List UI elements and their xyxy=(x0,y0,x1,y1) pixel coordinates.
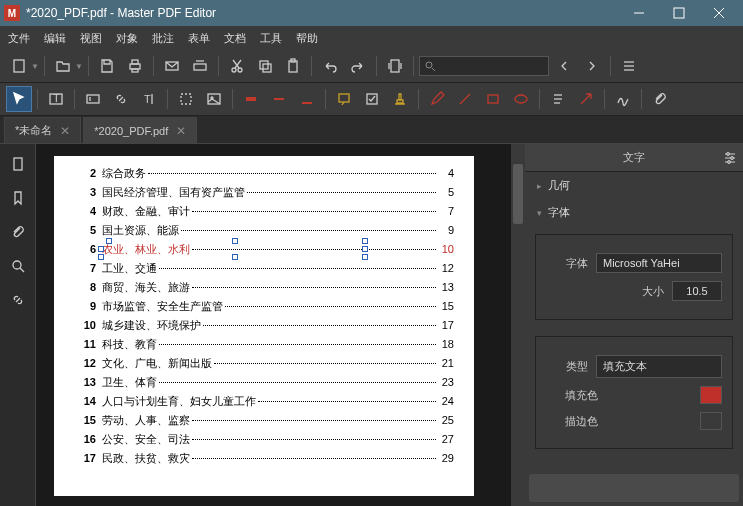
menu-文档[interactable]: 文档 xyxy=(224,31,246,46)
sign-tool[interactable] xyxy=(610,86,636,112)
menu-文件[interactable]: 文件 xyxy=(8,31,30,46)
toc-text: 农业、林业、水利 xyxy=(102,242,190,257)
toc-line[interactable]: 4财政、金融、审计7 xyxy=(74,204,454,223)
menu-工具[interactable]: 工具 xyxy=(260,31,282,46)
scrollbar-vertical[interactable] xyxy=(511,144,525,506)
selection-handle[interactable] xyxy=(362,246,368,252)
arrow-tool[interactable] xyxy=(573,86,599,112)
type-select[interactable]: 填充文本 xyxy=(596,355,722,378)
save-button[interactable] xyxy=(94,53,120,79)
strikeout-tool[interactable] xyxy=(266,86,292,112)
thumbnails-button[interactable] xyxy=(0,148,36,180)
underline-tool[interactable] xyxy=(294,86,320,112)
links-panel-button[interactable] xyxy=(0,284,36,316)
font-select[interactable]: Microsoft YaHei xyxy=(596,253,722,273)
toc-line[interactable]: 11科技、教育18 xyxy=(74,337,454,356)
minimize-button[interactable] xyxy=(619,0,659,26)
cut-button[interactable] xyxy=(224,53,250,79)
menu-帮助[interactable]: 帮助 xyxy=(296,31,318,46)
mail-button[interactable] xyxy=(159,53,185,79)
highlight-tool[interactable] xyxy=(238,86,264,112)
menu-编辑[interactable]: 编辑 xyxy=(44,31,66,46)
close-button[interactable] xyxy=(699,0,739,26)
selection-handle[interactable] xyxy=(362,238,368,244)
edit-text-tool[interactable]: T xyxy=(136,86,162,112)
undo-button[interactable] xyxy=(317,53,343,79)
redo-button[interactable] xyxy=(345,53,371,79)
new-button[interactable] xyxy=(6,53,32,79)
scroll-thumb[interactable] xyxy=(513,164,523,224)
selection-handle[interactable] xyxy=(362,254,368,260)
text-annot-tool[interactable] xyxy=(545,86,571,112)
toc-line[interactable]: 6农业、林业、水利10 xyxy=(74,242,454,261)
link-tool[interactable] xyxy=(108,86,134,112)
toc-line[interactable]: 5国土资源、能源9 xyxy=(74,223,454,242)
section-geometry[interactable]: ▸几何 xyxy=(525,172,743,199)
search-next-button[interactable] xyxy=(579,53,605,79)
attach-tool[interactable] xyxy=(647,86,673,112)
bookmarks-button[interactable] xyxy=(0,182,36,214)
tab-close-icon[interactable]: ✕ xyxy=(60,124,70,138)
selection-handle[interactable] xyxy=(106,238,112,244)
tab-close-icon[interactable]: ✕ xyxy=(176,124,186,138)
toc-line[interactable]: 15劳动、人事、监察25 xyxy=(74,413,454,432)
search-panel-button[interactable] xyxy=(0,250,36,282)
maximize-button[interactable] xyxy=(659,0,699,26)
stroke-color-swatch[interactable] xyxy=(700,412,722,430)
tab[interactable]: *2020_PDF.pdf✕ xyxy=(83,117,197,143)
selection-handle[interactable] xyxy=(98,254,104,260)
rect-tool[interactable] xyxy=(480,86,506,112)
edit-form-tool[interactable] xyxy=(80,86,106,112)
toc-line[interactable]: 3国民经济管理、国有资产监管5 xyxy=(74,185,454,204)
document-area[interactable]: 2综合政务43国民经济管理、国有资产监管54财政、金融、审计75国土资源、能源9… xyxy=(36,144,525,506)
toc-line[interactable]: 2综合政务4 xyxy=(74,166,454,185)
selection-handle[interactable] xyxy=(98,246,104,252)
toc-line[interactable]: 14人口与计划生育、妇女儿童工作24 xyxy=(74,394,454,413)
copy-button[interactable] xyxy=(252,53,278,79)
image-tool[interactable] xyxy=(201,86,227,112)
line-tool[interactable] xyxy=(452,86,478,112)
toc-line[interactable]: 16公安、安全、司法27 xyxy=(74,432,454,451)
settings-icon[interactable] xyxy=(723,150,737,166)
open-button[interactable] xyxy=(50,53,76,79)
toc-line[interactable]: 10城乡建设、环境保护17 xyxy=(74,318,454,337)
toc-number: 17 xyxy=(74,452,96,464)
selection-handle[interactable] xyxy=(232,238,238,244)
menu-批注[interactable]: 批注 xyxy=(152,31,174,46)
menu-对象[interactable]: 对象 xyxy=(116,31,138,46)
print-button[interactable] xyxy=(122,53,148,79)
checkbox-tool[interactable] xyxy=(359,86,385,112)
toc-text: 科技、教育 xyxy=(102,337,157,352)
search-input[interactable] xyxy=(419,56,549,76)
paste-button[interactable] xyxy=(280,53,306,79)
text-tool[interactable]: T xyxy=(43,86,69,112)
toc-dots xyxy=(159,268,436,269)
crop-tool[interactable] xyxy=(173,86,199,112)
search-prev-button[interactable] xyxy=(551,53,577,79)
toc-page: 5 xyxy=(438,186,454,198)
fill-color-swatch[interactable] xyxy=(700,386,722,404)
toc-line[interactable]: 17民政、扶贫、救灾29 xyxy=(74,451,454,470)
list-icon[interactable] xyxy=(616,53,642,79)
attachments-button[interactable] xyxy=(0,216,36,248)
pdf-page[interactable]: 2综合政务43国民经济管理、国有资产监管54财政、金融、审计75国土资源、能源9… xyxy=(54,156,474,496)
section-font[interactable]: ▾字体 xyxy=(525,199,743,226)
selection-handle[interactable] xyxy=(232,254,238,260)
ellipse-tool[interactable] xyxy=(508,86,534,112)
scan-button[interactable] xyxy=(187,53,213,79)
toc-line[interactable]: 12文化、广电、新闻出版21 xyxy=(74,356,454,375)
pencil-tool[interactable] xyxy=(424,86,450,112)
fit-button[interactable] xyxy=(382,53,408,79)
tab[interactable]: *未命名✕ xyxy=(4,117,81,143)
toc-line[interactable]: 9市场监管、安全生产监管15 xyxy=(74,299,454,318)
select-tool[interactable] xyxy=(6,86,32,112)
note-tool[interactable] xyxy=(331,86,357,112)
svg-rect-32 xyxy=(246,97,256,101)
toc-line[interactable]: 7工业、交通12 xyxy=(74,261,454,280)
menu-视图[interactable]: 视图 xyxy=(80,31,102,46)
menu-表单[interactable]: 表单 xyxy=(188,31,210,46)
size-input[interactable]: 10.5 xyxy=(672,281,722,301)
toc-line[interactable]: 8商贸、海关、旅游13 xyxy=(74,280,454,299)
toc-line[interactable]: 13卫生、体育23 xyxy=(74,375,454,394)
stamp-tool[interactable] xyxy=(387,86,413,112)
